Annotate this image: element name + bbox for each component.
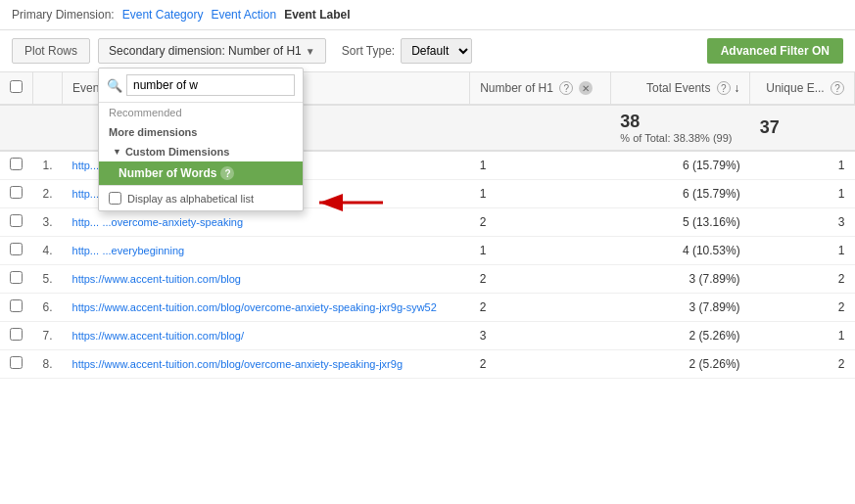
- select-all-checkbox[interactable]: [10, 80, 23, 93]
- event-action-link[interactable]: Event Action: [211, 8, 276, 22]
- number-h1-close-icon[interactable]: ✕: [579, 81, 593, 95]
- total-events-cell: 38 % of Total: 38.38% (99): [610, 105, 749, 151]
- alphabetical-checkbox[interactable]: [109, 192, 121, 205]
- row-total-events: 3 (7.89%): [610, 294, 749, 322]
- row-label-link[interactable]: https://www.accent-tuition.com/blog: [72, 273, 241, 285]
- total-unique-cell: 37: [750, 105, 855, 151]
- total-events-pct-label: % of Total: 38.38% (99): [620, 132, 739, 144]
- secondary-dimension-button[interactable]: Secondary dimension: Number of H1 ▼: [98, 38, 326, 64]
- total-events-header-text: Total Events: [646, 81, 710, 95]
- row-number: 8.: [33, 350, 63, 379]
- row-unique-e: 3: [750, 208, 855, 237]
- toolbar: Plot Rows Secondary dimension: Number of…: [0, 30, 855, 72]
- row-h1: 2: [470, 294, 611, 322]
- alphabetical-label: Display as alphabetical list: [127, 193, 254, 205]
- total-h1: [470, 105, 611, 151]
- th-total-events: Total Events ? ↓: [610, 72, 749, 105]
- row-checkbox-cell: [0, 180, 33, 208]
- unique-e-header-text: Unique E...: [766, 81, 824, 95]
- row-unique-e: 1: [750, 237, 855, 265]
- number-h1-help-icon[interactable]: ?: [559, 81, 573, 95]
- custom-dimensions-label: Custom Dimensions: [125, 146, 229, 158]
- row-checkbox-cell: [0, 322, 33, 350]
- row-label-link[interactable]: https://www.accent-tuition.com/blog/: [72, 330, 244, 342]
- row-unique-e: 2: [750, 350, 855, 379]
- red-arrow-indicator: [309, 188, 388, 220]
- table-row: 4. http... ...everybeginning 1 4 (10.53%…: [0, 237, 855, 265]
- row-number: 7.: [33, 322, 63, 350]
- table-row: 8. https://www.accent-tuition.com/blog/o…: [0, 350, 855, 379]
- primary-dimension-label: Primary Dimension:: [12, 8, 115, 22]
- row-total-events: 5 (13.16%): [610, 208, 749, 237]
- event-label-link[interactable]: Event Label: [284, 8, 350, 22]
- row-checkbox-cell: [0, 151, 33, 180]
- search-icon: 🔍: [107, 78, 122, 93]
- event-category-link[interactable]: Event Category: [122, 8, 204, 22]
- number-of-words-item[interactable]: Number of Words ?: [99, 161, 303, 185]
- row-checkbox-cell: [0, 294, 33, 322]
- plot-rows-button[interactable]: Plot Rows: [12, 38, 90, 64]
- row-total-events: 6 (15.79%): [610, 151, 749, 180]
- sort-type-container: Sort Type: Default: [342, 38, 472, 64]
- row-label-cell: https://www.accent-tuition.com/blog/over…: [63, 294, 470, 322]
- total-unique-number: 37: [760, 117, 845, 138]
- row-unique-e: 1: [750, 322, 855, 350]
- advanced-filter-badge[interactable]: Advanced Filter ON: [707, 38, 843, 64]
- row-checkbox[interactable]: [10, 328, 23, 341]
- total-events-number: 38: [620, 112, 739, 132]
- row-label-link[interactable]: http...: [72, 160, 100, 171]
- row-label-link[interactable]: http...: [72, 188, 100, 200]
- th-row-num: [33, 72, 63, 105]
- row-checkbox[interactable]: [10, 158, 23, 170]
- row-h1: 1: [470, 151, 611, 180]
- row-checkbox[interactable]: [10, 299, 23, 312]
- sort-type-select[interactable]: Default: [401, 38, 472, 64]
- total-events-help-icon[interactable]: ?: [717, 81, 731, 95]
- row-label-link[interactable]: http...: [72, 216, 100, 228]
- primary-dimension-bar: Primary Dimension: Event Category Event …: [0, 0, 855, 30]
- th-checkbox: [0, 72, 33, 105]
- number-of-words-label: Number of Words: [119, 166, 216, 180]
- row-total-events: 3 (7.89%): [610, 265, 749, 294]
- row-checkbox[interactable]: [10, 243, 23, 255]
- row-label-suffix: ...everybeginning: [102, 245, 184, 256]
- row-number: 3.: [33, 208, 63, 237]
- unique-e-help-icon[interactable]: ?: [831, 81, 844, 95]
- row-total-events: 4 (10.53%): [610, 237, 749, 265]
- sort-type-label: Sort Type:: [342, 44, 395, 58]
- dropdown-search-row: 🔍: [99, 69, 303, 103]
- row-total-events: 6 (15.79%): [610, 180, 749, 208]
- dimension-search-input[interactable]: [126, 74, 295, 96]
- row-number: 1.: [33, 151, 63, 180]
- row-number: 5.: [33, 265, 63, 294]
- row-total-events: 2 (5.26%): [610, 350, 749, 379]
- row-label-cell: http... ...overcome-anxiety-speaking: [63, 208, 470, 237]
- row-label-link[interactable]: http...: [72, 245, 100, 256]
- row-checkbox-cell: [0, 350, 33, 379]
- row-checkbox[interactable]: [10, 214, 23, 227]
- secondary-dim-label: Secondary dimension: Number of H1: [109, 44, 302, 58]
- row-h1: 2: [470, 208, 611, 237]
- sort-arrow-icon: ↓: [734, 81, 739, 95]
- row-label-cell: https://www.accent-tuition.com/blog/over…: [63, 350, 470, 379]
- row-label-link[interactable]: https://www.accent-tuition.com/blog/over…: [72, 358, 403, 370]
- row-checkbox[interactable]: [10, 271, 23, 284]
- total-num-col: [33, 105, 63, 151]
- row-checkbox[interactable]: [10, 186, 23, 199]
- number-of-words-help-icon[interactable]: ?: [220, 166, 234, 180]
- custom-dimensions-group: ▼ Custom Dimensions: [99, 142, 303, 161]
- dropdown-arrow-icon: ▼: [306, 46, 315, 57]
- row-number: 2.: [33, 180, 63, 208]
- row-number: 4.: [33, 237, 63, 265]
- row-h1: 2: [470, 350, 611, 379]
- row-checkbox[interactable]: [10, 356, 23, 369]
- row-h1: 1: [470, 180, 611, 208]
- table-row: 7. https://www.accent-tuition.com/blog/ …: [0, 322, 855, 350]
- row-label-link[interactable]: https://www.accent-tuition.com/blog/over…: [72, 301, 437, 313]
- row-label-cell: https://www.accent-tuition.com/blog: [63, 265, 470, 294]
- th-unique-e: Unique E... ?: [750, 72, 855, 105]
- row-checkbox-cell: [0, 208, 33, 237]
- row-total-events: 2 (5.26%): [610, 322, 749, 350]
- number-h1-header-text: Number of H1: [480, 81, 553, 95]
- pct-value: 38.38% (99): [674, 132, 733, 144]
